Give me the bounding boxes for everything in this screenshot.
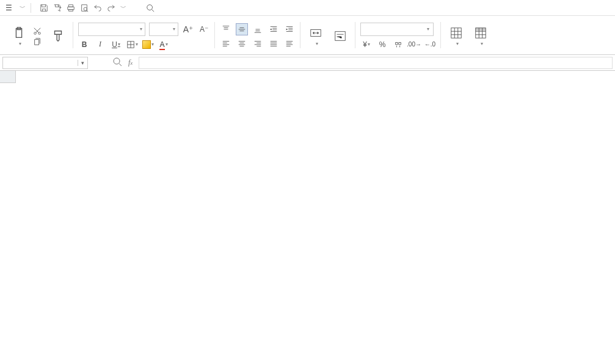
- merge-icon: [309, 26, 322, 40]
- svg-rect-6: [335, 31, 346, 40]
- paint-bucket-icon: [142, 40, 151, 49]
- qat-customize-icon[interactable]: ﹀: [120, 4, 126, 12]
- cond-format-icon: [449, 26, 463, 40]
- decrease-decimal-icon[interactable]: ←.0: [424, 38, 436, 51]
- font-name-select[interactable]: ▾: [78, 23, 145, 36]
- svg-rect-7: [451, 28, 462, 38]
- increase-indent-icon[interactable]: [283, 23, 296, 35]
- bold-button[interactable]: B: [78, 38, 90, 51]
- wrap-text-button[interactable]: [330, 29, 351, 44]
- copy-button[interactable]: [33, 38, 44, 46]
- copy-icon: [33, 38, 42, 46]
- scissors-icon: [33, 27, 42, 35]
- underline-button[interactable]: U▾: [110, 38, 122, 51]
- format-painter-button[interactable]: [48, 29, 68, 44]
- align-center-icon[interactable]: [236, 38, 248, 50]
- save-icon[interactable]: [40, 4, 48, 12]
- formula-bar[interactable]: [139, 57, 613, 69]
- table-style-button[interactable]: ▾: [470, 26, 491, 46]
- align-right-icon[interactable]: [252, 38, 264, 50]
- svg-point-10: [114, 58, 120, 64]
- decrease-font-icon[interactable]: A⁻: [198, 23, 210, 35]
- fill-color-button[interactable]: ▾: [142, 38, 154, 51]
- comma-style-icon[interactable]: [392, 38, 404, 51]
- borders-button[interactable]: ▾: [126, 38, 138, 51]
- align-top-icon[interactable]: [220, 23, 232, 35]
- currency-icon[interactable]: ¥▾: [360, 38, 373, 51]
- chevron-down-icon[interactable]: ▾: [78, 60, 87, 66]
- paste-button[interactable]: ▾: [9, 26, 29, 46]
- italic-button[interactable]: I: [94, 38, 106, 51]
- increase-decimal-icon[interactable]: .00→: [408, 38, 420, 51]
- decrease-indent-icon[interactable]: [267, 23, 280, 35]
- menu-icon[interactable]: ☰: [4, 3, 13, 13]
- chevron-down-icon[interactable]: ﹀: [20, 4, 26, 12]
- svg-point-1: [147, 4, 153, 10]
- zoom-icon[interactable]: [112, 57, 122, 68]
- name-box[interactable]: ▾: [2, 57, 88, 69]
- clipboard-icon: [12, 26, 26, 40]
- redo-icon[interactable]: [107, 4, 115, 12]
- percent-icon[interactable]: %: [376, 38, 388, 51]
- align-bottom-icon[interactable]: [252, 23, 264, 35]
- save-as-icon[interactable]: [53, 4, 62, 12]
- svg-rect-9: [476, 28, 486, 31]
- brush-icon: [51, 29, 65, 43]
- select-all-corner[interactable]: [0, 71, 16, 83]
- number-format-select[interactable]: ▾: [360, 23, 434, 36]
- font-size-select[interactable]: ▾: [149, 23, 178, 36]
- increase-font-icon[interactable]: A⁺: [182, 23, 194, 35]
- align-left-icon[interactable]: [220, 38, 232, 50]
- search-icon: [146, 4, 155, 12]
- table-style-icon: [474, 26, 487, 40]
- conditional-format-button[interactable]: ▾: [446, 26, 467, 46]
- search-button[interactable]: [146, 4, 157, 12]
- justify-icon[interactable]: [267, 38, 280, 50]
- print-icon[interactable]: [67, 4, 75, 12]
- font-color-button[interactable]: A▾: [158, 38, 170, 51]
- align-middle-icon[interactable]: [236, 23, 248, 35]
- undo-icon[interactable]: [93, 4, 102, 12]
- fx-icon[interactable]: fx: [128, 58, 133, 67]
- print-preview-icon[interactable]: [80, 4, 89, 12]
- orientation-icon[interactable]: [283, 38, 296, 50]
- merge-center-button[interactable]: ▾: [305, 26, 326, 46]
- cut-button[interactable]: [33, 27, 44, 35]
- wrap-icon: [333, 29, 347, 43]
